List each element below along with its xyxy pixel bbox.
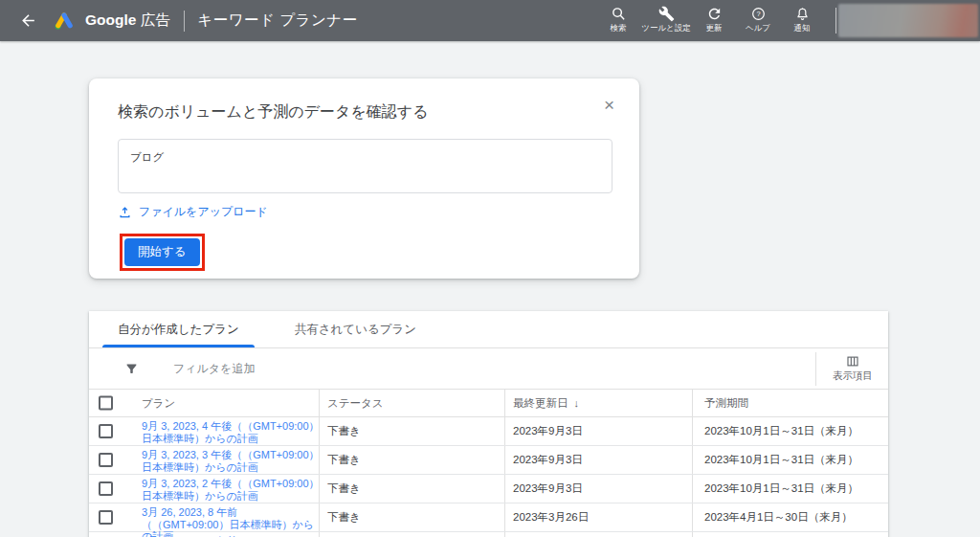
- period-value: 2023年10月1日～31日（来月）: [704, 424, 858, 438]
- help-icon: ?: [750, 6, 767, 22]
- updated-cell: 2023年9月3日: [504, 446, 692, 474]
- tools-settings-button[interactable]: ツールと設定: [640, 0, 692, 41]
- table-row-partial: 3月 26, 2023, 8 午前（（GMT+09:00）日本標準時）からの計画: [89, 532, 888, 537]
- search-icon: [611, 6, 627, 22]
- show-columns-label: 表示項目: [833, 369, 873, 383]
- close-icon[interactable]: ×: [604, 95, 614, 116]
- header-status-cell[interactable]: ステータス: [319, 390, 504, 416]
- updated-cell: 2023年9月3日: [504, 475, 692, 503]
- updated-cell: 2023年3月26日: [504, 503, 692, 531]
- plans-card: 自分が作成したプラン 共有されているプラン フィルタを追加 表示項目 プラン ス…: [89, 311, 888, 537]
- table-header: プラン ステータス 最終更新日 ↓ 予測期間: [89, 390, 888, 417]
- plan-link[interactable]: 9月 3, 2023, 2 午後（（GMT+09:00）日本標準時）からの計画: [142, 478, 323, 502]
- show-columns-button[interactable]: 表示項目: [833, 354, 873, 383]
- table-toolbar: フィルタを追加 表示項目: [89, 348, 888, 390]
- period-cell: 2023年10月1日～31日（来月）: [692, 475, 888, 503]
- updated-value: 2023年9月3日: [513, 453, 583, 467]
- brand-google: Google: [85, 11, 136, 28]
- status-value: 下書き: [327, 481, 361, 496]
- toolbar-divider: [815, 352, 816, 386]
- header-period-label: 予測期間: [704, 396, 748, 411]
- updated-value: 2023年9月3日: [513, 481, 583, 496]
- plan-cell: 3月 26, 2023, 8 午前（（GMT+09:00）日本標準時）からの計画: [89, 503, 319, 531]
- refresh-icon: [706, 6, 723, 22]
- filter-icon[interactable]: [124, 362, 139, 376]
- table-row: 3月 26, 2023, 8 午前（（GMT+09:00）日本標準時）からの計画…: [89, 503, 888, 532]
- header-plan-cell: プラン: [89, 390, 319, 416]
- updated-value: 2023年9月3日: [513, 424, 583, 438]
- period-value: 2023年4月1日～30日（来月）: [704, 510, 853, 525]
- back-arrow-icon[interactable]: [16, 10, 39, 33]
- header-period-cell[interactable]: 予測期間: [692, 390, 888, 416]
- upload-label: ファイルをアップロード: [139, 204, 268, 220]
- notifications-label: 通知: [794, 24, 811, 34]
- select-all-checkbox[interactable]: [99, 396, 113, 411]
- start-button[interactable]: 開始する: [124, 238, 200, 266]
- period-cell: 2023年10月1日～31日（来月）: [692, 417, 888, 445]
- topbar-divider: [184, 11, 185, 32]
- brand-text: Google 広告: [85, 11, 170, 31]
- modal-title: 検索のボリュームと予測のデータを確認する: [89, 78, 639, 123]
- period-cell: 2023年10月1日～31日（来月）: [692, 446, 888, 474]
- header-status-label: ステータス: [327, 396, 384, 411]
- status-value: 下書き: [327, 510, 361, 525]
- plans-tabs: 自分が作成したプラン 共有されているプラン: [89, 311, 888, 348]
- tab-my-plans[interactable]: 自分が作成したプラン: [102, 311, 255, 347]
- status-cell: 下書き: [319, 446, 504, 474]
- table-body: 9月 3, 2023, 4 午後（（GMT+09:00）日本標準時）からの計画 …: [89, 417, 888, 532]
- plan-cell: 9月 3, 2023, 4 午後（（GMT+09:00）日本標準時）からの計画: [89, 417, 319, 445]
- header-updated-label: 最終更新日: [513, 396, 568, 411]
- period-value: 2023年10月1日～31日（来月）: [704, 481, 858, 496]
- svg-text:?: ?: [756, 10, 760, 18]
- status-cell: 下書き: [319, 503, 504, 531]
- account-info-redacted[interactable]: [838, 4, 978, 37]
- row-checkbox[interactable]: [99, 453, 113, 467]
- search-label: 検索: [611, 24, 627, 34]
- help-button[interactable]: ? ヘルプ: [736, 0, 780, 41]
- updated-cell: 2023年9月3日: [504, 417, 692, 445]
- sort-descending-icon[interactable]: ↓: [574, 397, 580, 409]
- keywords-textarea[interactable]: ブログ: [118, 139, 612, 193]
- tab-shared-plans[interactable]: 共有されているプラン: [279, 311, 432, 347]
- plan-link[interactable]: 9月 3, 2023, 4 午後（（GMT+09:00）日本標準時）からの計画: [142, 420, 323, 444]
- table-row: 9月 3, 2023, 3 午後（（GMT+09:00）日本標準時）からの計画 …: [89, 446, 888, 475]
- period-value: 2023年10月1日～31日（来月）: [704, 453, 858, 467]
- upload-file-link[interactable]: ファイルをアップロード: [118, 204, 639, 220]
- account-divider: [835, 8, 836, 34]
- status-cell: 下書き: [319, 417, 504, 445]
- bell-icon: [794, 6, 811, 22]
- row-checkbox[interactable]: [99, 481, 113, 496]
- refresh-button[interactable]: 更新: [692, 0, 736, 41]
- status-value: 下書き: [327, 453, 361, 467]
- wrench-icon: [658, 6, 675, 22]
- columns-icon: [845, 354, 860, 369]
- annotation-highlight-box: 開始する: [120, 234, 205, 271]
- period-cell: 2023年4月1日～30日（来月）: [692, 503, 888, 531]
- notifications-button[interactable]: 通知: [780, 0, 824, 41]
- add-filter-field[interactable]: フィルタを追加: [173, 361, 255, 377]
- header-plan-label: プラン: [142, 396, 175, 411]
- plan-link[interactable]: 9月 3, 2023, 3 午後（（GMT+09:00）日本標準時）からの計画: [142, 449, 323, 473]
- row-checkbox[interactable]: [99, 424, 113, 438]
- header-updated-cell[interactable]: 最終更新日 ↓: [504, 390, 692, 416]
- table-row: 9月 3, 2023, 2 午後（（GMT+09:00）日本標準時）からの計画 …: [89, 475, 888, 503]
- status-cell: 下書き: [319, 475, 504, 503]
- top-app-bar: Google 広告 キーワード プランナー 検索 ツールと設定 更新 ? ヘルプ…: [0, 0, 980, 41]
- topbar-actions: 検索 ツールと設定 更新 ? ヘルプ 通知: [596, 0, 824, 41]
- brand-product: 広告: [141, 11, 170, 28]
- updated-value: 2023年3月26日: [513, 510, 589, 525]
- plan-cell: 9月 3, 2023, 3 午後（（GMT+09:00）日本標準時）からの計画: [89, 446, 319, 474]
- refresh-label: 更新: [706, 24, 723, 34]
- plan-cell: 9月 3, 2023, 2 午後（（GMT+09:00）日本標準時）からの計画: [89, 475, 319, 503]
- upload-icon: [118, 205, 132, 219]
- tools-settings-label: ツールと設定: [641, 24, 691, 34]
- search-volume-modal: 検索のボリュームと予測のデータを確認する × ブログ ファイルをアップロード 開…: [89, 78, 639, 279]
- google-ads-logo-icon: [52, 10, 77, 33]
- table-row: 9月 3, 2023, 4 午後（（GMT+09:00）日本標準時）からの計画 …: [89, 417, 888, 446]
- row-checkbox[interactable]: [99, 510, 113, 525]
- page-title: キーワード プランナー: [197, 11, 357, 31]
- status-value: 下書き: [327, 424, 361, 438]
- search-button[interactable]: 検索: [596, 0, 640, 41]
- help-label: ヘルプ: [746, 24, 770, 34]
